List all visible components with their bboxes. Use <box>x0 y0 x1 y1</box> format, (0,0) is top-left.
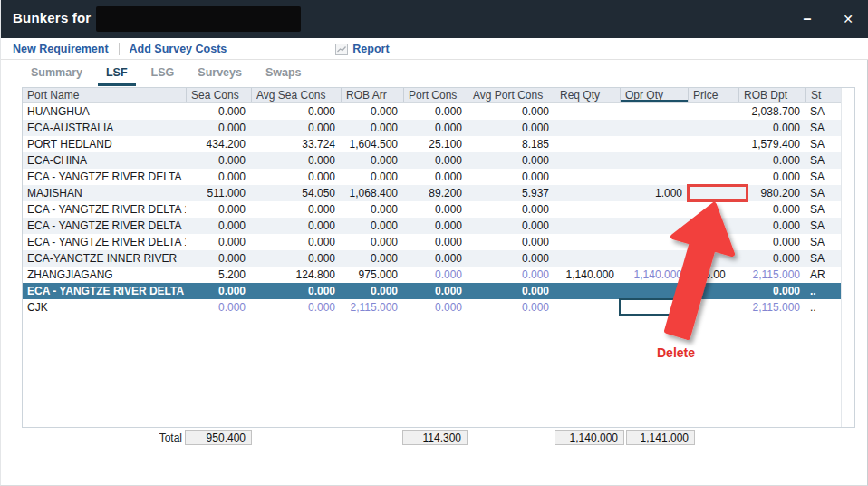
tab-surveys[interactable]: Surveys <box>198 63 242 85</box>
cell-avgsea: 124.800 <box>251 267 341 283</box>
report-button-label: Report <box>352 43 389 55</box>
close-button[interactable]: ✕ <box>836 8 860 30</box>
cell-port: ECA - YANGTZE RIVER DELTA <box>23 218 186 234</box>
cell-avgportcons: 0.000 <box>468 283 555 299</box>
cell-portcons: 0.000 <box>403 152 468 169</box>
focused-opr-qty-cell[interactable] <box>619 298 688 316</box>
cell-robdpt: 0.000 <box>738 120 805 136</box>
column-header-robdpt[interactable]: ROB Dpt <box>738 88 805 102</box>
cell-sea: 0.000 <box>186 120 251 136</box>
cell-avgsea: 0.000 <box>251 152 341 169</box>
bunkers-window: Bunkers for – ✕ New Requirement Add Surv… <box>0 0 868 486</box>
column-header-sea[interactable]: Sea Cons <box>186 88 251 102</box>
column-header-st[interactable]: St <box>805 88 841 102</box>
cell-port: CJK <box>23 299 186 316</box>
table-row[interactable]: ECA-YANGTZE INNER RIVER0.0000.0000.0000.… <box>23 250 841 267</box>
table-row[interactable]: ECA-AUSTRALIA0.0000.0000.0000.0000.0000.… <box>23 120 841 136</box>
table-row[interactable]: ECA - YANGTZE RIVER DELTA0.0000.0000.000… <box>23 169 841 185</box>
total-req: 1,140.000 <box>555 430 624 445</box>
column-header-port[interactable]: Port Name <box>23 88 186 102</box>
minimize-button[interactable]: – <box>796 8 819 30</box>
cell-st: .. <box>805 283 841 299</box>
column-header-avgsea[interactable]: Avg Sea Cons <box>251 88 341 102</box>
cell-avgsea: 0.000 <box>251 103 341 120</box>
cell-price <box>688 103 738 120</box>
cell-port: HUANGHUA <box>23 103 186 120</box>
cell-price <box>688 234 738 250</box>
tab-swaps[interactable]: Swaps <box>265 63 302 85</box>
cell-req <box>555 299 620 316</box>
cell-req <box>555 250 620 267</box>
cell-st: SA <box>805 136 841 152</box>
cell-port: ZHANGJIAGANG <box>23 267 186 283</box>
table-row[interactable]: HUANGHUA0.0000.0000.0000.0000.0002,038.7… <box>23 103 841 120</box>
cell-avgsea: 0.000 <box>251 250 341 267</box>
report-button[interactable]: Report <box>335 43 389 55</box>
tab-lsf[interactable]: LSF <box>106 63 128 85</box>
cell-opr <box>620 250 688 267</box>
table-row[interactable]: ECA - YANGTZE RIVER DELTA 10(0.0000.0000… <box>23 234 841 250</box>
column-header-req[interactable]: Req Qty <box>555 88 620 102</box>
table-row[interactable]: ECA - YANGTZE RIVER DELTA0.0000.0000.000… <box>23 218 841 234</box>
cell-opr <box>620 103 688 120</box>
table-row[interactable]: ECA - YANGTZE RIVER DELTA 10(0.0000.0000… <box>23 283 841 299</box>
cell-req <box>555 201 620 218</box>
cell-robdpt: 0.000 <box>738 234 805 250</box>
cell-robarr: 0.000 <box>341 218 403 234</box>
cell-req <box>555 152 620 169</box>
cell-sea: 5.200 <box>186 267 251 283</box>
new-requirement-button[interactable]: New Requirement <box>13 43 109 55</box>
tab-summary[interactable]: Summary <box>31 63 82 85</box>
cell-avgsea: 0.000 <box>251 120 341 136</box>
cell-robdpt: 1,579.400 <box>738 136 805 152</box>
cell-opr <box>620 169 688 185</box>
column-header-robarr[interactable]: ROB Arr <box>341 88 403 102</box>
cell-portcons: 0.000 <box>403 103 468 120</box>
column-header-opr[interactable]: Opr Qty <box>620 88 688 102</box>
cell-sea: 0.000 <box>186 250 251 267</box>
cell-avgportcons: 0.000 <box>468 201 555 218</box>
cell-st: AR <box>805 267 841 283</box>
cell-price <box>688 201 738 218</box>
cell-sea: 0.000 <box>186 283 251 299</box>
cell-avgsea: 0.000 <box>251 218 341 234</box>
cell-req <box>555 218 620 234</box>
add-survey-costs-button[interactable]: Add Survey Costs <box>130 43 227 55</box>
delete-annotation-label: Delete <box>635 345 717 360</box>
table-row[interactable]: CJK0.0000.0002,115.0000.0000.0002,115.00… <box>23 299 841 316</box>
cell-st: SA <box>805 218 841 234</box>
cell-sea: 0.000 <box>186 152 251 169</box>
cell-port: ECA - YANGTZE RIVER DELTA 10( <box>23 201 186 218</box>
cell-price <box>688 299 738 316</box>
cell-robdpt: 0.000 <box>738 218 805 234</box>
cell-price <box>688 152 738 169</box>
cell-opr <box>620 136 688 152</box>
cell-avgsea: 54.050 <box>251 185 341 201</box>
table-row[interactable]: ZHANGJIAGANG5.200124.800975.0000.0000.00… <box>23 267 841 283</box>
cell-st: SA <box>805 169 841 185</box>
total-opr: 1,141.000 <box>626 430 695 445</box>
table-row[interactable]: ECA - YANGTZE RIVER DELTA 10(0.0000.0000… <box>23 201 841 218</box>
cell-avgsea: 0.000 <box>251 234 341 250</box>
totals-row: Total 950.400114.3001,140.0001,141.000 <box>1 430 868 448</box>
cell-avgsea: 33.724 <box>251 136 341 152</box>
column-header-price[interactable]: Price <box>688 88 738 102</box>
table-row[interactable]: PORT HEDLAND434.20033.7241,604.50025.100… <box>23 136 841 152</box>
cell-opr <box>620 201 688 218</box>
cell-price <box>688 136 738 152</box>
cell-price: 585.00 <box>688 267 738 283</box>
cell-portcons: 89.200 <box>403 185 468 201</box>
cell-opr <box>620 218 688 234</box>
cell-avgsea: 0.000 <box>251 299 341 316</box>
cell-sea: 511.000 <box>186 185 251 201</box>
cell-avgportcons: 5.937 <box>468 185 555 201</box>
column-header-portcons[interactable]: Port Cons <box>403 88 468 102</box>
table-row[interactable]: ECA-CHINA0.0000.0000.0000.0000.0000.000S… <box>23 152 841 169</box>
tab-lsg[interactable]: LSG <box>151 63 175 85</box>
highlighted-price-cell[interactable] <box>687 184 748 202</box>
cell-robarr: 1,604.500 <box>341 136 403 152</box>
cell-robdpt: 0.000 <box>738 169 805 185</box>
cell-avgportcons: 0.000 <box>468 250 555 267</box>
column-header-avgportcons[interactable]: Avg Port Cons <box>468 88 555 102</box>
scrollbar-gutter <box>841 88 842 427</box>
